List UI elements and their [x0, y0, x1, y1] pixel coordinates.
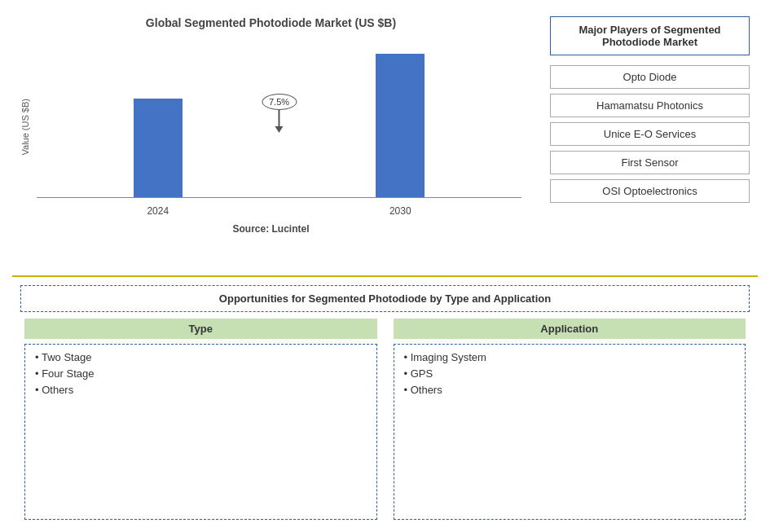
application-list-box: Imaging System GPS Others: [394, 344, 746, 520]
type-header: Type: [24, 319, 377, 339]
application-header: Application: [394, 319, 746, 339]
players-title: Major Players of SegmentedPhotodiode Mar…: [550, 16, 750, 55]
bottom-section: Opportunities for Segmented Photodiode b…: [12, 277, 758, 524]
app-item-2: GPS: [404, 367, 736, 380]
x-labels: 2024 2030: [37, 201, 521, 217]
type-item-2: Four Stage: [35, 367, 367, 380]
source-text: Source: Lucintel: [232, 223, 309, 235]
bar-group-2030: [376, 54, 425, 197]
app-item-1: Imaging System: [404, 351, 736, 363]
bar-group-2024: [134, 99, 183, 197]
arrow-annotation: 7.5%: [262, 94, 297, 133]
type-list-box: Two Stage Four Stage Others: [24, 344, 377, 520]
annotation-circle: 7.5%: [262, 94, 297, 110]
players-panel: Major Players of SegmentedPhotodiode Mar…: [538, 8, 758, 275]
top-section: Global Segmented Photodiode Market (US $…: [12, 8, 758, 277]
app-item-3: Others: [404, 384, 736, 396]
bar-label-2030: 2030: [389, 205, 411, 217]
arrow-head: [275, 126, 283, 133]
bar-2024: [134, 99, 183, 197]
player-item-3: Unice E-O Services: [550, 122, 750, 146]
chart-title: Global Segmented Photodiode Market (US $…: [146, 16, 396, 29]
player-item-4: First Sensor: [550, 151, 750, 174]
chart-area: Global Segmented Photodiode Market (US $…: [12, 8, 538, 275]
application-column: Application Imaging System GPS Others: [394, 319, 746, 520]
type-column: Type Two Stage Four Stage Others: [24, 319, 377, 520]
type-item-3: Others: [35, 384, 367, 396]
chart-wrapper: Value (US $B) 7.5%: [20, 37, 521, 217]
type-item-1: Two Stage: [35, 351, 367, 363]
player-item-1: Opto Diode: [550, 65, 750, 89]
bar-label-2024: 2024: [147, 205, 169, 217]
opportunities-content: Type Two Stage Four Stage Others Applica…: [16, 319, 754, 520]
bars-area: 7.5%: [37, 37, 521, 198]
player-item-2: Hamamatsu Photonics: [550, 94, 750, 117]
player-item-5: OSI Optoelectronics: [550, 179, 750, 203]
arrow-line: [278, 110, 279, 126]
main-container: Global Segmented Photodiode Market (US $…: [0, 0, 770, 532]
players-title-text: Major Players of SegmentedPhotodiode Mar…: [579, 24, 720, 48]
y-axis-label: Value (US $B): [20, 99, 30, 156]
opportunities-title-box: Opportunities for Segmented Photodiode b…: [20, 285, 750, 312]
chart-inner: 7.5% 2024 2030: [37, 37, 521, 217]
bar-2030: [376, 54, 425, 197]
